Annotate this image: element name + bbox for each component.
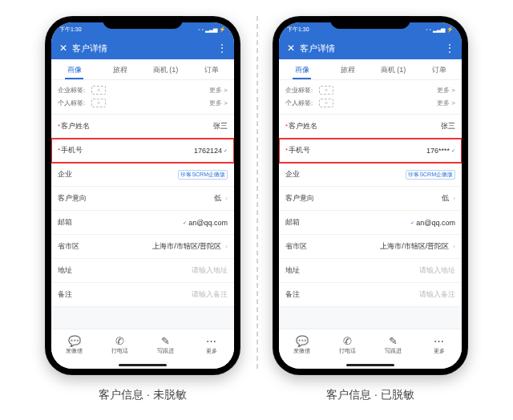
verify-icon: ✓	[410, 220, 414, 225]
label-company: 企业	[285, 169, 300, 180]
btn-follow[interactable]: ✎写跟进	[143, 329, 188, 361]
tab-opportunity[interactable]: 商机 (1)	[143, 59, 188, 79]
phone-frame-right: 下午1:30 ◦ ◦ ▂▃▅ ⚡ ✕ 客户详情 ⋮ 画像 旅程 商机 (1) 订…	[273, 16, 468, 375]
close-icon[interactable]: ✕	[285, 42, 297, 54]
pers-tag-more[interactable]: 更多 >	[437, 99, 455, 107]
caption-right: 客户信息 · 已脱敏	[326, 388, 414, 402]
status-time: 下午1:30	[287, 26, 309, 34]
phone-icon: ✆	[115, 336, 124, 347]
phone-notch	[103, 16, 183, 29]
value-email: ✓ an@qq.com	[410, 219, 455, 227]
info-rows: * 客户姓名 张三 * 手机号 176**** ✓	[279, 115, 462, 307]
chevron-right-icon: ›	[453, 243, 455, 250]
row-address[interactable]: 地址 请输入地址	[51, 259, 234, 283]
label-email: 邮箱	[285, 217, 300, 228]
tab-order[interactable]: 订单	[416, 59, 462, 79]
btn-follow[interactable]: ✎写跟进	[370, 329, 416, 361]
more-icon[interactable]: ⋮	[445, 42, 455, 54]
dots-icon: ⋯	[434, 336, 444, 347]
tab-bar: 画像 旅程 商机 (1) 订单	[51, 59, 234, 80]
value-name: 张三	[441, 121, 455, 131]
req-star: *	[285, 147, 288, 154]
btn-wechat[interactable]: 💬发微信	[279, 329, 325, 361]
req-star: *	[58, 123, 60, 130]
tab-journey[interactable]: 旅程	[97, 59, 143, 79]
label-name: 客户姓名	[289, 121, 317, 131]
corp-tag-label: 企业标签:	[58, 86, 91, 95]
req-star: *	[285, 123, 288, 130]
row-intent[interactable]: 客户意向 低 ›	[279, 187, 462, 211]
row-remark[interactable]: 备注 请输入备注	[51, 283, 234, 307]
btn-call[interactable]: ✆打电话	[325, 329, 370, 361]
placeholder-remark: 请输入备注	[192, 289, 228, 300]
chevron-right-icon: ›	[225, 243, 228, 250]
pers-tag-label: 个人标签:	[58, 99, 91, 107]
bottom-bar: 💬发微信 ✆打电话 ✎写跟进 ⋯更多	[51, 329, 234, 361]
corp-tag-row: 企业标签: + 更多 >	[58, 83, 228, 96]
vertical-divider	[256, 16, 258, 369]
row-email[interactable]: 邮箱 ✓ an@qq.com	[279, 211, 462, 235]
row-name[interactable]: * 客户姓名 张三	[279, 115, 462, 139]
pers-tag-more[interactable]: 更多 >	[209, 99, 228, 107]
pers-tag-row: 个人标签: + 更多 >	[285, 96, 455, 109]
add-pers-tag[interactable]: +	[91, 99, 106, 107]
value-company: 珍客SCRM企微版	[406, 170, 455, 180]
wechat-icon: 💬	[68, 336, 81, 347]
row-company[interactable]: 企业 珍客SCRM企微版	[51, 163, 234, 187]
chevron-right-icon: ›	[225, 195, 228, 202]
tab-order[interactable]: 订单	[188, 59, 234, 79]
label-email: 邮箱	[58, 217, 72, 228]
row-address[interactable]: 地址 请输入地址	[279, 259, 462, 283]
tab-profile[interactable]: 画像	[51, 59, 97, 79]
value-region: 上海市/市辖区/普陀区 ›	[380, 241, 455, 252]
label-company: 企业	[58, 169, 72, 180]
home-indicator	[51, 361, 234, 369]
add-pers-tag[interactable]: +	[319, 99, 333, 107]
row-name[interactable]: * 客户姓名 张三	[51, 115, 234, 139]
follow-label: 写跟进	[385, 347, 402, 355]
btn-wechat[interactable]: 💬发微信	[51, 329, 97, 361]
corp-tag-more[interactable]: 更多 >	[209, 86, 228, 95]
row-company[interactable]: 企业 珍客SCRM企微版	[279, 163, 462, 187]
phone-notch	[330, 16, 410, 29]
label-remark: 备注	[58, 289, 72, 300]
chevron-right-icon: ›	[453, 195, 455, 202]
verify-icon: ✓	[183, 220, 187, 225]
more-icon[interactable]: ⋮	[217, 42, 228, 54]
status-time: 下午1:30	[59, 26, 82, 34]
more-label: 更多	[206, 347, 217, 355]
close-icon[interactable]: ✕	[58, 42, 69, 54]
phone-text: 176****	[426, 147, 450, 155]
tab-profile[interactable]: 画像	[279, 59, 325, 79]
add-corp-tag[interactable]: +	[91, 86, 106, 95]
row-intent[interactable]: 客户意向 低 ›	[51, 187, 234, 211]
row-remark[interactable]: 备注 请输入备注	[279, 283, 462, 307]
row-phone[interactable]: * 手机号 176**** ✓	[279, 139, 462, 163]
row-email[interactable]: 邮箱 ✓ an@qq.com	[51, 211, 234, 235]
follow-label: 写跟进	[157, 347, 174, 355]
label-region: 省市区	[285, 241, 307, 252]
phone-text: 1762124	[194, 147, 222, 155]
btn-more[interactable]: ⋯更多	[416, 329, 462, 361]
label-address: 地址	[58, 265, 72, 276]
btn-more[interactable]: ⋯更多	[188, 329, 234, 361]
row-region[interactable]: 省市区 上海市/市辖区/普陀区 ›	[279, 235, 462, 259]
email-text: an@qq.com	[188, 219, 228, 227]
tab-journey[interactable]: 旅程	[325, 59, 370, 79]
edit-icon: ✎	[389, 336, 398, 347]
phone-icon: ✆	[343, 336, 352, 347]
label-intent: 客户意向	[285, 193, 314, 204]
value-company: 珍客SCRM企微版	[178, 170, 228, 180]
pers-tag-label: 个人标签:	[285, 99, 319, 107]
btn-call[interactable]: ✆打电话	[97, 329, 143, 361]
tag-section: 企业标签: + 更多 > 个人标签: + 更多 >	[51, 80, 234, 115]
label-intent: 客户意向	[58, 193, 87, 204]
row-phone[interactable]: * 手机号 1762124 ✓	[51, 139, 234, 163]
corp-tag-more[interactable]: 更多 >	[437, 86, 455, 95]
label-name: 客户姓名	[61, 121, 90, 131]
tab-opportunity[interactable]: 商机 (1)	[370, 59, 416, 79]
add-corp-tag[interactable]: +	[319, 86, 333, 95]
row-region[interactable]: 省市区 上海市/市辖区/普陀区 ›	[51, 235, 234, 259]
region-text: 上海市/市辖区/普陀区	[380, 241, 449, 252]
call-label: 打电话	[111, 347, 128, 355]
